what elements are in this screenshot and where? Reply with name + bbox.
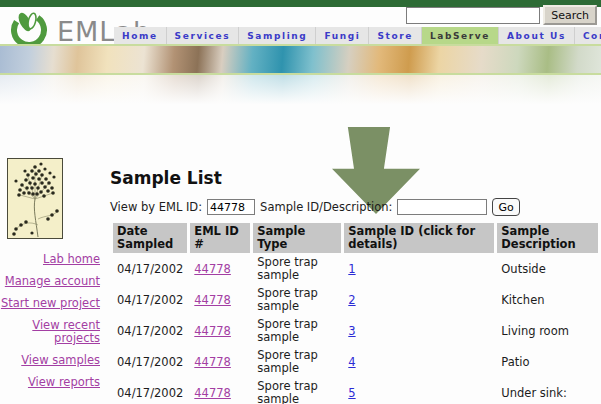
nav-tab-about-us[interactable]: About Us	[499, 27, 575, 45]
table-header-row: Date Sampled EML ID # Sample Type Sample…	[113, 223, 598, 253]
nav-tab-fungi[interactable]: Fungi	[316, 27, 369, 45]
header-sample-id: Sample ID (click for details)	[344, 223, 494, 253]
nav-tab-contact[interactable]: Contact	[575, 27, 601, 45]
sample-id-link[interactable]: 1	[348, 262, 355, 276]
spore-illustration	[7, 158, 63, 239]
table-row: 04/17/2002 44778 Spore trap sample 5 Und…	[113, 378, 598, 404]
sample-id-link[interactable]: 2	[348, 293, 355, 307]
header-date-sampled: Date Sampled	[113, 223, 187, 253]
sample-id-label: Sample ID/Description:	[260, 200, 392, 214]
eml-id-link[interactable]: 44778	[194, 293, 231, 307]
description-cell: Living room	[497, 316, 598, 346]
table-row: 04/17/2002 44778 Spore trap sample 4 Pat…	[113, 347, 598, 377]
microscopy-banner-image	[0, 44, 601, 75]
page-title: Sample List	[110, 168, 222, 188]
description-cell: Outside	[497, 254, 598, 284]
sample-filter-form: View by EML ID: Sample ID/Description: G…	[110, 198, 520, 216]
sample-id-input[interactable]	[397, 199, 487, 215]
table-row: 04/17/2002 44778 Spore trap sample 3 Liv…	[113, 316, 598, 346]
sample-id-link[interactable]: 3	[348, 324, 355, 338]
main-nav: Home Services Sampling Fungi Store LabSe…	[114, 27, 601, 45]
nav-tab-services[interactable]: Services	[167, 27, 240, 45]
header-eml-id: EML ID #	[190, 223, 250, 253]
sidebar-link-lab-home[interactable]: Lab home	[0, 253, 100, 266]
date-cell: 04/17/2002	[113, 316, 187, 346]
eml-id-link[interactable]: 44778	[194, 324, 231, 338]
sidebar-link-manage-account[interactable]: Manage account	[0, 275, 100, 288]
sidebar-nav: Lab home Manage account Start new projec…	[0, 253, 105, 398]
description-cell: Under sink:	[497, 378, 598, 404]
go-button[interactable]: Go	[492, 198, 519, 216]
sample-id-link[interactable]: 5	[348, 386, 355, 400]
sample-list-table: Date Sampled EML ID # Sample Type Sample…	[110, 222, 601, 404]
sample-type-cell: Spore trap sample	[253, 316, 341, 346]
eml-id-label: View by EML ID:	[110, 200, 202, 214]
nav-tab-labserve[interactable]: LabServe	[422, 27, 499, 45]
eml-id-link[interactable]: 44778	[194, 386, 231, 400]
table-row: 04/17/2002 44778 Spore trap sample 1 Out…	[113, 254, 598, 284]
date-cell: 04/17/2002	[113, 378, 187, 404]
date-cell: 04/17/2002	[113, 347, 187, 377]
header-sample-description: Sample Description	[497, 223, 598, 253]
sample-type-cell: Spore trap sample	[253, 378, 341, 404]
sidebar-link-view-recent-projects[interactable]: View recent projects	[0, 319, 100, 345]
nav-tab-sampling[interactable]: Sampling	[239, 27, 316, 45]
nav-tab-home[interactable]: Home	[114, 27, 167, 45]
sample-type-cell: Spore trap sample	[253, 285, 341, 315]
sample-type-cell: Spore trap sample	[253, 254, 341, 284]
search-button[interactable]: Search	[543, 5, 597, 25]
emlab-labserve-page: Search EMLab Home Services Sampling Fung…	[0, 0, 601, 404]
description-cell: Kitchen	[497, 285, 598, 315]
eml-id-link[interactable]: 44778	[194, 262, 231, 276]
sidebar-link-view-reports[interactable]: View reports	[0, 376, 100, 389]
search-input[interactable]	[406, 7, 540, 24]
banner-fade-background	[0, 75, 601, 107]
description-cell: Patio	[497, 347, 598, 377]
eml-id-link[interactable]: 44778	[194, 355, 231, 369]
sample-type-cell: Spore trap sample	[253, 347, 341, 377]
sidebar-link-view-samples[interactable]: View samples	[0, 354, 100, 367]
date-cell: 04/17/2002	[113, 285, 187, 315]
table-row: 04/17/2002 44778 Spore trap sample 2 Kit…	[113, 285, 598, 315]
eml-id-input[interactable]	[207, 199, 255, 215]
sample-id-link[interactable]: 4	[348, 355, 355, 369]
sidebar-link-start-new-project[interactable]: Start new project	[0, 297, 100, 310]
nav-tab-store[interactable]: Store	[369, 27, 422, 45]
header-sample-type: Sample Type	[253, 223, 341, 253]
site-search: Search	[406, 5, 597, 25]
date-cell: 04/17/2002	[113, 254, 187, 284]
